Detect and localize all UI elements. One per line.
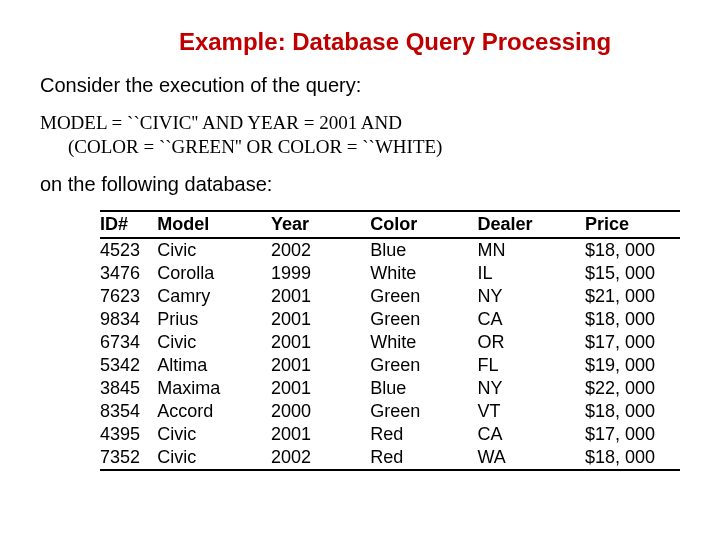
col-header-model: Model: [157, 211, 242, 238]
database-table-wrap: ID# Model Year Color Dealer Price 4523Ci…: [100, 210, 680, 471]
intro-text: Consider the execution of the query:: [40, 74, 680, 97]
col-header-dealer: Dealer: [477, 211, 552, 238]
col-header-color: Color: [370, 211, 445, 238]
cell-price: $18, 000: [585, 400, 680, 423]
cell-dealer: CA: [477, 423, 552, 446]
col-header-id: ID#: [100, 211, 157, 238]
col-header-year: Year: [271, 211, 336, 238]
cell-year: 2001: [271, 331, 336, 354]
cell-model: Accord: [157, 400, 242, 423]
cell-color: White: [370, 262, 445, 285]
cell-model: Civic: [157, 446, 242, 470]
cell-id: 4395: [100, 423, 157, 446]
cell-id: 3845: [100, 377, 157, 400]
table-row: 3476Corolla1999WhiteIL$15, 000: [100, 262, 680, 285]
cell-model: Camry: [157, 285, 242, 308]
cell-year: 2001: [271, 377, 336, 400]
cell-year: 1999: [271, 262, 336, 285]
table-row: 3845Maxima2001BlueNY$22, 000: [100, 377, 680, 400]
cell-price: $17, 000: [585, 331, 680, 354]
cell-color: Green: [370, 285, 445, 308]
cell-color: Green: [370, 354, 445, 377]
cell-model: Civic: [157, 331, 242, 354]
table-row: 4523Civic2002BlueMN$18, 000: [100, 238, 680, 262]
table-row: 6734Civic2001WhiteOR$17, 000: [100, 331, 680, 354]
table-row: 4395Civic2001RedCA$17, 000: [100, 423, 680, 446]
cell-id: 6734: [100, 331, 157, 354]
cell-model: Maxima: [157, 377, 242, 400]
cell-year: 2001: [271, 423, 336, 446]
database-table: ID# Model Year Color Dealer Price 4523Ci…: [100, 210, 680, 471]
cell-dealer: CA: [477, 308, 552, 331]
cell-price: $19, 000: [585, 354, 680, 377]
cell-model: Civic: [157, 423, 242, 446]
cell-color: Green: [370, 400, 445, 423]
cell-price: $18, 000: [585, 446, 680, 470]
query-line-2: (COLOR = ``GREEN'' OR COLOR = ``WHITE): [40, 135, 680, 159]
cell-model: Civic: [157, 238, 242, 262]
cell-dealer: NY: [477, 377, 552, 400]
col-header-price: Price: [585, 211, 680, 238]
table-row: 7352Civic2002RedWA$18, 000: [100, 446, 680, 470]
cell-dealer: OR: [477, 331, 552, 354]
cell-price: $21, 000: [585, 285, 680, 308]
cell-price: $18, 000: [585, 308, 680, 331]
table-header-row: ID# Model Year Color Dealer Price: [100, 211, 680, 238]
table-row: 5342Altima2001GreenFL$19, 000: [100, 354, 680, 377]
cell-color: Blue: [370, 377, 445, 400]
cell-model: Altima: [157, 354, 242, 377]
cell-year: 2001: [271, 354, 336, 377]
page-title: Example: Database Query Processing: [110, 28, 680, 56]
cell-color: Red: [370, 446, 445, 470]
cell-dealer: IL: [477, 262, 552, 285]
cell-dealer: MN: [477, 238, 552, 262]
cell-price: $17, 000: [585, 423, 680, 446]
cell-color: White: [370, 331, 445, 354]
cell-year: 2001: [271, 285, 336, 308]
cell-id: 8354: [100, 400, 157, 423]
cell-year: 2000: [271, 400, 336, 423]
cell-dealer: VT: [477, 400, 552, 423]
cell-id: 3476: [100, 262, 157, 285]
cell-color: Green: [370, 308, 445, 331]
outro-text: on the following database:: [40, 173, 680, 196]
cell-year: 2001: [271, 308, 336, 331]
query-line-1: MODEL = ``CIVIC'' AND YEAR = 2001 AND: [40, 111, 680, 135]
query-block: MODEL = ``CIVIC'' AND YEAR = 2001 AND (C…: [40, 111, 680, 159]
cell-id: 9834: [100, 308, 157, 331]
cell-id: 4523: [100, 238, 157, 262]
cell-dealer: FL: [477, 354, 552, 377]
cell-model: Prius: [157, 308, 242, 331]
cell-color: Blue: [370, 238, 445, 262]
cell-year: 2002: [271, 446, 336, 470]
table-row: 8354Accord2000GreenVT$18, 000: [100, 400, 680, 423]
cell-dealer: NY: [477, 285, 552, 308]
cell-id: 5342: [100, 354, 157, 377]
cell-id: 7352: [100, 446, 157, 470]
cell-id: 7623: [100, 285, 157, 308]
cell-year: 2002: [271, 238, 336, 262]
table-row: 7623Camry2001GreenNY$21, 000: [100, 285, 680, 308]
cell-price: $18, 000: [585, 238, 680, 262]
cell-dealer: WA: [477, 446, 552, 470]
table-row: 9834Prius2001GreenCA$18, 000: [100, 308, 680, 331]
cell-price: $22, 000: [585, 377, 680, 400]
cell-color: Red: [370, 423, 445, 446]
cell-price: $15, 000: [585, 262, 680, 285]
cell-model: Corolla: [157, 262, 242, 285]
slide: Example: Database Query Processing Consi…: [0, 0, 720, 471]
